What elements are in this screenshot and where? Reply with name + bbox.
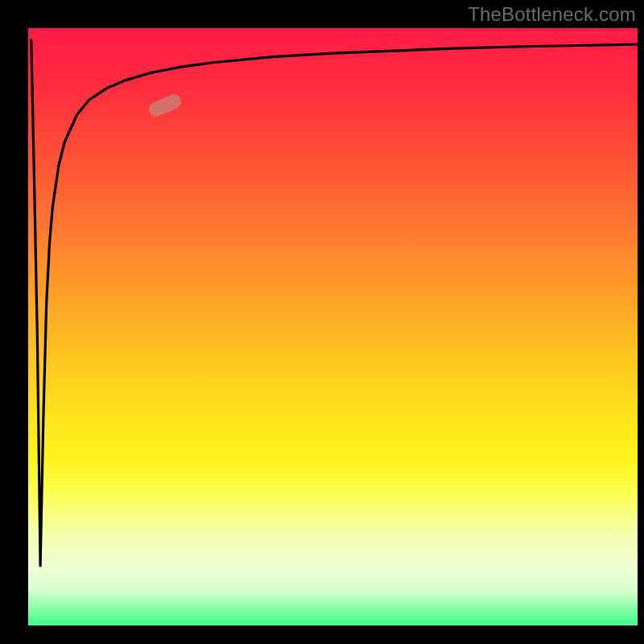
- watermark-text: TheBottleneck.com: [468, 3, 636, 26]
- bottleneck-curve: [28, 28, 638, 625]
- chart-stage: TheBottleneck.com: [0, 0, 644, 644]
